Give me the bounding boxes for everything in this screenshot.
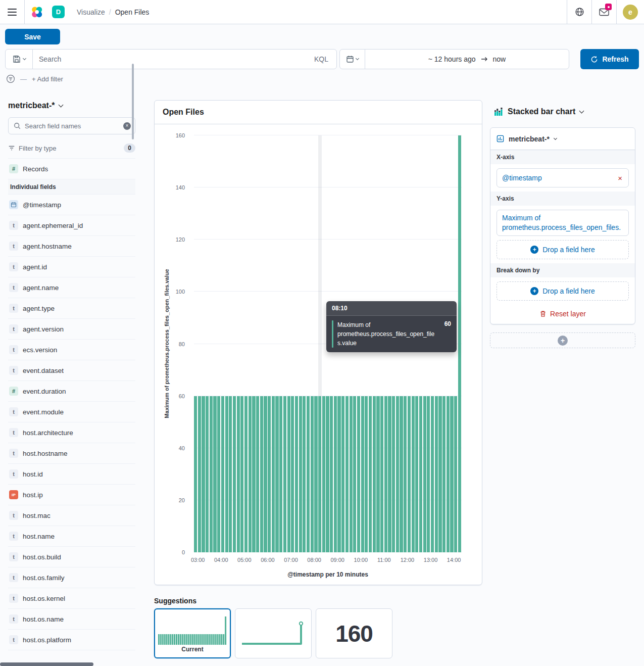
field-item[interactable]: tagent.hostname: [8, 236, 135, 257]
suggestion-line-chart[interactable]: [235, 608, 312, 658]
y-axis-drop-target[interactable]: + Drop a field here: [497, 240, 629, 259]
bar[interactable]: [256, 135, 260, 552]
refresh-button[interactable]: Refresh: [580, 49, 639, 69]
bar[interactable]: [318, 135, 322, 552]
bar[interactable]: [233, 135, 237, 552]
search-input[interactable]: [33, 50, 306, 69]
sidebar-scrollbar[interactable]: [132, 64, 134, 139]
field-item[interactable]: tagent.type: [8, 298, 135, 319]
bar[interactable]: [307, 135, 311, 552]
index-pattern-select[interactable]: metricbeat-*: [8, 101, 135, 110]
bar[interactable]: [249, 135, 253, 552]
field-item[interactable]: thost.os.kernel: [8, 588, 135, 609]
field-item[interactable]: #event.duration: [8, 381, 135, 402]
field-item[interactable]: thost.architecture: [8, 422, 135, 443]
bar[interactable]: [252, 135, 256, 552]
y-axis-dimension[interactable]: Maximum of prometheus.process_files_open…: [497, 210, 629, 236]
field-item[interactable]: thost.os.build: [8, 547, 135, 567]
bar[interactable]: [275, 135, 279, 552]
bar[interactable]: [458, 135, 462, 552]
clear-search-icon[interactable]: ×: [123, 122, 131, 130]
filter-options-icon[interactable]: [6, 74, 15, 83]
user-avatar[interactable]: e: [623, 5, 638, 20]
bar[interactable]: [210, 135, 214, 552]
horizontal-scrollbar[interactable]: [0, 662, 93, 666]
reset-layer-button[interactable]: Reset layer: [539, 310, 586, 318]
records-field[interactable]: # Records: [8, 159, 135, 179]
bar[interactable]: [268, 135, 272, 552]
bar[interactable]: [279, 135, 283, 552]
bar[interactable]: [202, 135, 206, 552]
bar[interactable]: [213, 135, 217, 552]
kql-button[interactable]: KQL: [306, 50, 336, 69]
save-button[interactable]: Save: [5, 29, 60, 44]
filter-by-type-label: Filter by type: [19, 145, 56, 152]
suggestion-current[interactable]: Current: [154, 608, 231, 658]
field-item[interactable]: thost.id: [8, 464, 135, 485]
bar[interactable]: [283, 135, 287, 552]
bar[interactable]: [295, 135, 299, 552]
bar[interactable]: [244, 135, 249, 552]
field-item[interactable]: tagent.ephemeral_id: [8, 215, 135, 236]
time-range[interactable]: ~ 12 hours ago now: [365, 50, 569, 69]
bar[interactable]: [291, 135, 295, 552]
bar[interactable]: [194, 135, 198, 552]
field-item[interactable]: tagent.id: [8, 257, 135, 277]
x-axis-dimension[interactable]: @timestamp ×: [497, 168, 629, 187]
field-item[interactable]: tevent.dataset: [8, 360, 135, 381]
breadcrumb-visualize[interactable]: Visualize: [77, 8, 105, 16]
bar[interactable]: [221, 135, 225, 552]
layer-index-pattern[interactable]: metricbeat-*: [490, 128, 635, 150]
bar[interactable]: [299, 135, 303, 552]
field-item[interactable]: IPhost.ip: [8, 485, 135, 505]
remove-dimension-button[interactable]: ×: [617, 173, 623, 183]
field-search-input[interactable]: [25, 122, 119, 130]
bar[interactable]: [225, 135, 229, 552]
field-type-icon-string: t: [9, 594, 18, 603]
bar[interactable]: [264, 135, 268, 552]
breakdown-drop-target[interactable]: + Drop a field here: [497, 281, 629, 301]
bar[interactable]: [272, 135, 276, 552]
bar[interactable]: [240, 135, 244, 552]
bar[interactable]: [314, 135, 318, 552]
field-item[interactable]: thost.mac: [8, 505, 135, 526]
field-item[interactable]: @timestamp: [8, 195, 135, 215]
bar[interactable]: [322, 135, 326, 552]
field-item[interactable]: thost.hostname: [8, 443, 135, 464]
field-item[interactable]: tagent.version: [8, 319, 135, 340]
field-item[interactable]: tevent.module: [8, 402, 135, 422]
notifications-button[interactable]: [592, 0, 616, 24]
filter-by-type[interactable]: Filter by type 0: [8, 140, 135, 156]
x-axis-dimension-label[interactable]: @timestamp: [502, 173, 542, 183]
bar[interactable]: [303, 135, 307, 552]
time-from[interactable]: ~ 12 hours ago: [428, 55, 476, 63]
field-item[interactable]: tecs.version: [8, 340, 135, 360]
field-item[interactable]: thost.os.platform: [8, 630, 135, 650]
bar[interactable]: [311, 135, 315, 552]
bar[interactable]: [217, 135, 221, 552]
chart-type-selector[interactable]: Stacked bar chart: [494, 107, 583, 116]
time-to[interactable]: now: [493, 55, 506, 63]
add-layer-button[interactable]: +: [490, 332, 635, 348]
add-filter-button[interactable]: + Add filter: [32, 75, 63, 83]
calendar-button[interactable]: [340, 50, 365, 69]
bar[interactable]: [260, 135, 264, 552]
bar[interactable]: [237, 135, 241, 552]
y-axis-dimension-label[interactable]: Maximum of prometheus.process_files_open…: [502, 213, 623, 232]
bar[interactable]: [229, 135, 233, 552]
saved-query-menu-button[interactable]: [6, 50, 33, 69]
suggestion-metric[interactable]: 160: [316, 608, 392, 658]
bar[interactable]: [198, 135, 202, 552]
help-button[interactable]: [567, 0, 591, 24]
field-type-icon-string: t: [9, 345, 18, 354]
elastic-logo[interactable]: [25, 0, 49, 24]
date-picker: ~ 12 hours ago now: [339, 49, 569, 69]
space-badge[interactable]: D: [52, 6, 65, 18]
bar[interactable]: [287, 135, 291, 552]
field-item[interactable]: thost.os.name: [8, 609, 135, 630]
field-item[interactable]: thost.os.family: [8, 567, 135, 588]
field-item[interactable]: thost.name: [8, 526, 135, 547]
field-item[interactable]: tagent.name: [8, 277, 135, 298]
bar[interactable]: [206, 135, 210, 552]
menu-button[interactable]: [0, 0, 24, 24]
